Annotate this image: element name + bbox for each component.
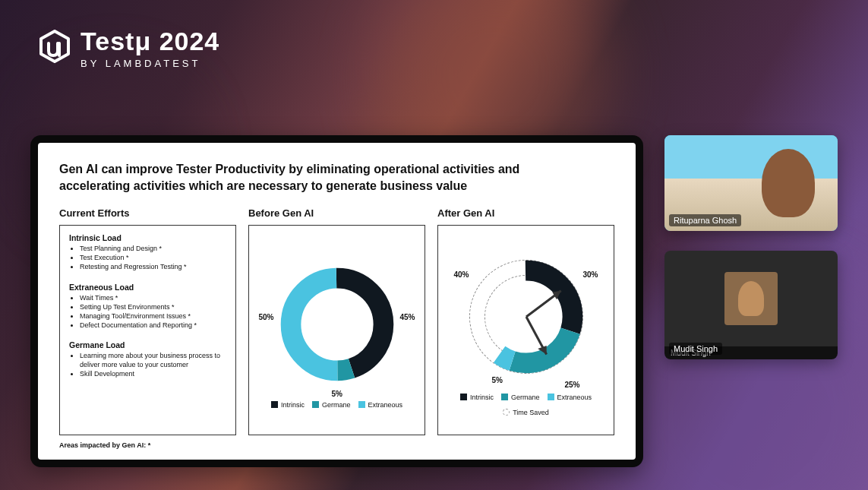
col-current-efforts: Current Efforts Intrinsic Load Test Plan… [59, 207, 236, 435]
list-item: Skill Development [80, 369, 226, 378]
before-donut: 45% 5% 50% [265, 252, 409, 397]
slide: Gen AI can improve Tester Productivity b… [38, 143, 636, 460]
list-item: Defect Documentation and Reporting * [80, 321, 226, 330]
event-title: Testμ 2024 [80, 27, 219, 56]
list-item: Managing Tool/Environment Issues * [80, 311, 226, 321]
list-item: Test Execution * [80, 253, 226, 262]
event-logo: Testμ 2024 BY LAMBDATEST [36, 27, 219, 69]
col1-title: Current Efforts [59, 207, 236, 219]
event-subtitle: BY LAMBDATEST [80, 58, 219, 69]
before-chart-panel: 45% 5% 50% Intrinsic Germane Extraneous [248, 225, 425, 435]
participant-video [664, 251, 838, 346]
after-chart-panel: 30% 25% 5% 40% Intrinsic Germane Extrane… [437, 225, 614, 435]
avatar [724, 272, 778, 325]
chart-label: 25% [564, 381, 579, 389]
participant-tile-1[interactable]: Rituparna Ghosh [664, 135, 838, 231]
col2-title: Before Gen AI [248, 207, 425, 219]
legend-label: Extraneous [368, 401, 403, 409]
legend-label: Extraneous [557, 394, 592, 401]
before-legend: Intrinsic Germane Extraneous [271, 401, 402, 409]
col3-title: After Gen AI [437, 207, 614, 219]
efforts-panel: Intrinsic Load Test Planning and Design … [59, 225, 236, 435]
legend-label: Intrinsic [470, 394, 494, 401]
legend-label: Time Saved [513, 409, 549, 416]
extraneous-heading: Extraneous Load [69, 283, 226, 292]
legend-label: Germane [322, 401, 351, 409]
legend-label: Intrinsic [281, 401, 305, 409]
participant-tile-2[interactable]: Mudit Singh Mudit Singh [664, 251, 838, 359]
participants-column: Rituparna Ghosh Mudit Singh Mudit Singh [664, 135, 838, 359]
list-item: Setting Up Test Environments * [80, 302, 226, 311]
stage: Gen AI can improve Tester Productivity b… [30, 135, 838, 467]
footnote: Areas impacted by Gen AI: * [59, 441, 614, 449]
list-item: Learning more about your business proces… [80, 351, 226, 369]
participant-name: Mudit Singh [669, 343, 722, 355]
germane-heading: Germane Load [69, 340, 226, 349]
col-after: After Gen AI [437, 207, 614, 435]
list-item: Test Planning and Design * [80, 244, 226, 253]
after-legend: Intrinsic Germane Extraneous Time Saved [447, 394, 604, 416]
legend-label: Germane [511, 394, 540, 401]
donut-chart-after [466, 256, 587, 378]
testmu-logo-icon [36, 28, 73, 65]
participant-name: Rituparna Ghosh [669, 214, 741, 226]
chart-label: 50% [259, 313, 274, 321]
slide-title: Gen AI can improve Tester Productivity b… [59, 161, 570, 194]
list-item: Wait Times * [80, 293, 226, 302]
intrinsic-heading: Intrinsic Load [69, 233, 226, 242]
after-donut: 30% 25% 5% 40% [454, 245, 598, 389]
list-item: Retesting and Regression Testing * [80, 262, 226, 271]
presentation-frame: Gen AI can improve Tester Productivity b… [30, 135, 643, 467]
col-before: Before Gen AI 45% 5% [248, 207, 425, 435]
chart-label: 45% [399, 313, 415, 321]
chart-label: 5% [332, 390, 342, 398]
